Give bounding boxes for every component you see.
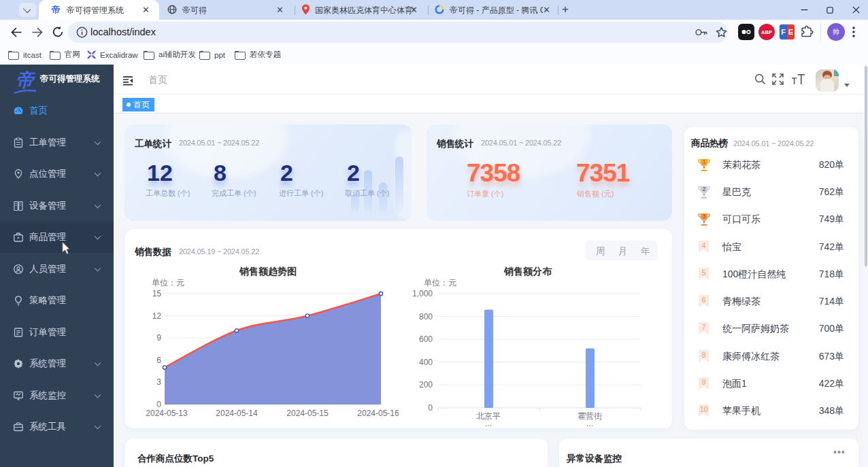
svg-text:15: 15 [152,289,162,298]
svg-text:800: 800 [419,312,433,322]
svg-text:3: 3 [703,213,706,220]
svg-text:2024-05-13: 2024-05-13 [146,409,188,418]
svg-text:600: 600 [419,334,433,344]
svg-text:...: ... [485,419,492,428]
svg-text:2024-05-15: 2024-05-15 [286,409,329,418]
svg-text:6: 6 [156,356,161,365]
svg-text:3: 3 [156,377,161,387]
svg-text:2: 2 [703,186,706,192]
svg-text:...: ... [586,419,593,428]
svg-text:0: 0 [428,403,433,413]
svg-text:200: 200 [419,380,433,390]
svg-text:1,000: 1,000 [412,289,433,298]
svg-text:0: 0 [156,400,161,409]
svg-text:9: 9 [156,333,161,343]
svg-text:12: 12 [152,311,162,321]
svg-text:400: 400 [419,358,433,367]
svg-text:单位：元: 单位：元 [152,278,184,288]
svg-text:2024-05-16: 2024-05-16 [357,409,399,418]
svg-text:2024-05-14: 2024-05-14 [216,409,258,418]
svg-text:1: 1 [703,158,706,165]
svg-text:单位：元: 单位：元 [424,278,456,288]
